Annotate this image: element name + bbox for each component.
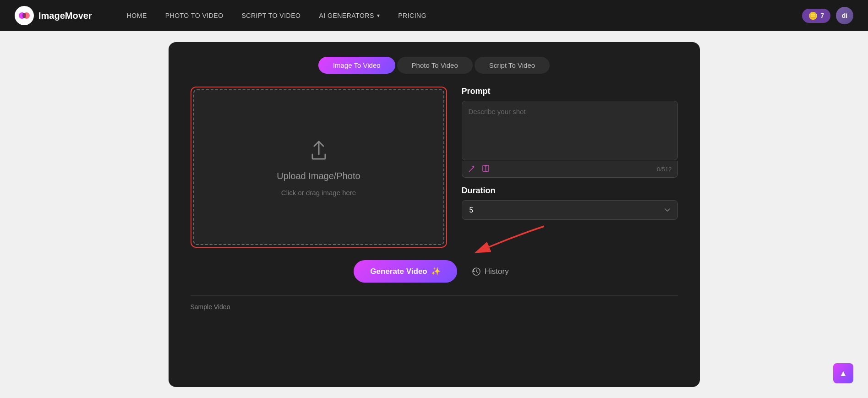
upload-title: Upload Image/Photo [277, 171, 360, 181]
nav-ai-generators[interactable]: AI GENERATORS [310, 0, 389, 31]
upload-icon [306, 138, 332, 164]
prompt-bottom: 0/512 [462, 161, 678, 178]
scroll-top-icon: ▲ [839, 369, 847, 378]
sample-video-text: Sample Video [191, 303, 678, 311]
credits-badge[interactable]: 🪙 7 [802, 9, 830, 23]
nav-home[interactable]: HOME [118, 0, 156, 31]
generate-video-button[interactable]: Generate Video ✨ [354, 260, 457, 283]
scroll-top-button[interactable]: ▲ [833, 363, 853, 383]
prompt-label: Prompt [462, 87, 678, 96]
brand-logo [15, 6, 34, 25]
prompt-book-btn[interactable] [481, 164, 491, 174]
wand-icon [468, 164, 477, 173]
credits-icon: 🪙 [808, 11, 818, 20]
prompt-icons [468, 164, 491, 174]
brand-link[interactable]: ImageMover [15, 6, 92, 25]
credits-count: 7 [820, 12, 824, 19]
upload-area-wrapper: Upload Image/Photo Click or drag image h… [191, 87, 447, 248]
brand-logo-icon [18, 9, 31, 22]
bottom-actions: Generate Video ✨ History [191, 260, 678, 283]
tab-image-to-video[interactable]: Image To Video [318, 57, 395, 74]
tab-script-to-video[interactable]: Script To Video [475, 57, 550, 74]
controls-panel: Prompt [462, 87, 678, 249]
nav-pricing[interactable]: PRICING [389, 0, 436, 31]
history-icon [472, 267, 481, 276]
user-avatar[interactable]: di [836, 7, 853, 24]
prompt-textarea[interactable] [462, 101, 678, 160]
arrow-annotation [462, 222, 678, 249]
upload-area[interactable]: Upload Image/Photo Click or drag image h… [193, 89, 444, 245]
generate-label: Generate Video [370, 267, 427, 276]
main-card: Image To Video Photo To Video Script To … [169, 42, 700, 387]
tab-bar: Image To Video Photo To Video Script To … [191, 57, 678, 74]
svg-point-2 [22, 13, 26, 18]
page-content: Image To Video Photo To Video Script To … [0, 31, 868, 398]
duration-label: Duration [462, 186, 678, 196]
history-label: History [485, 267, 509, 276]
navbar-right: 🪙 7 di [802, 7, 853, 24]
char-count: 0/512 [657, 166, 672, 173]
generate-icon: ✨ [431, 267, 441, 276]
red-arrow [462, 222, 581, 254]
duration-select[interactable]: 5 10 15 20 [462, 200, 678, 220]
content-row: Upload Image/Photo Click or drag image h… [191, 87, 678, 249]
upload-subtitle: Click or drag image here [281, 189, 356, 196]
book-icon [481, 164, 491, 173]
tab-photo-to-video[interactable]: Photo To Video [397, 57, 473, 74]
nav-script-to-video[interactable]: SCRIPT TO VIDEO [233, 0, 310, 31]
history-button[interactable]: History [466, 263, 514, 280]
divider [191, 295, 678, 296]
nav-photo-to-video[interactable]: PHOTO TO VIDEO [156, 0, 233, 31]
brand-name: ImageMover [38, 11, 92, 21]
prompt-wand-btn[interactable] [468, 164, 477, 174]
navbar: ImageMover HOME PHOTO TO VIDEO SCRIPT TO… [0, 0, 868, 31]
nav-menu: HOME PHOTO TO VIDEO SCRIPT TO VIDEO AI G… [118, 0, 787, 31]
